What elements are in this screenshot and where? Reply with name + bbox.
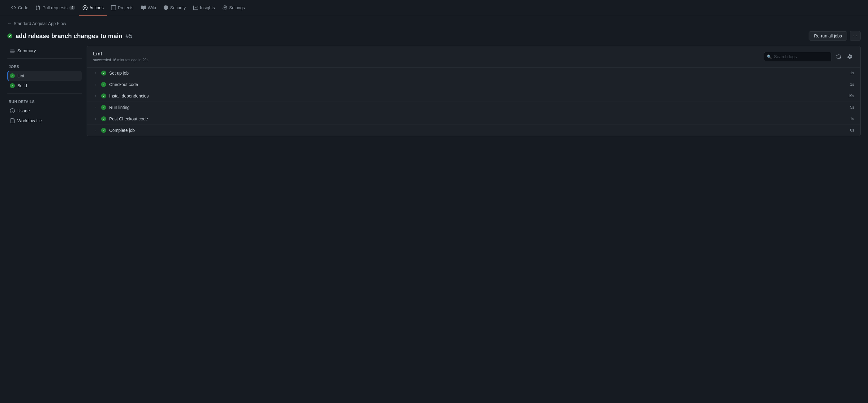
step-name-4: Post Checkout code xyxy=(109,116,842,121)
nav-pr-label: Pull requests xyxy=(42,5,67,10)
nav-actions-label: Actions xyxy=(89,5,104,10)
nav-code-label: Code xyxy=(18,5,28,10)
wiki-icon xyxy=(141,5,146,10)
sidebar-item-workflow-file[interactable]: Workflow file xyxy=(7,116,82,126)
step-name-2: Install dependencies xyxy=(109,93,842,98)
step-success-icon-4: ✓ xyxy=(101,116,106,121)
page-title: ✓ add release branch changes to main #5 xyxy=(7,32,132,39)
back-arrow-icon: ← xyxy=(7,21,12,26)
search-input-wrapper: 🔍 xyxy=(764,52,832,61)
step-row[interactable]: › ✓ Install dependencies 19s xyxy=(87,90,860,102)
step-duration-1: 1s xyxy=(845,82,854,87)
step-row[interactable]: › ✓ Checkout code 1s xyxy=(87,79,860,90)
sidebar-lint-label: Lint xyxy=(17,74,25,78)
sidebar-item-lint[interactable]: ✓ Lint xyxy=(7,71,82,81)
step-row[interactable]: › ✓ Complete job 0s xyxy=(87,125,860,136)
step-row[interactable]: › ✓ Post Checkout code 1s xyxy=(87,113,860,125)
nav-security-label: Security xyxy=(170,5,186,10)
chevron-right-icon: › xyxy=(93,105,98,110)
step-name-5: Complete job xyxy=(109,128,842,133)
build-success-icon: ✓ xyxy=(10,83,15,88)
step-name-1: Checkout code xyxy=(109,82,842,87)
more-options-button[interactable]: ··· xyxy=(850,31,861,41)
step-name-3: Run linting xyxy=(109,105,842,110)
sidebar-divider-2 xyxy=(7,93,82,93)
step-success-icon-2: ✓ xyxy=(101,93,106,98)
nav-security[interactable]: Security xyxy=(160,0,190,16)
page-header: ✓ add release branch changes to main #5 … xyxy=(0,28,868,46)
nav-wiki[interactable]: Wiki xyxy=(137,0,160,16)
nav-insights-label: Insights xyxy=(200,5,215,10)
nav-projects[interactable]: Projects xyxy=(107,0,137,16)
nav-settings[interactable]: Settings xyxy=(219,0,249,16)
top-navigation: Code Pull requests 4 Actions Projects xyxy=(0,0,868,16)
usage-icon xyxy=(10,108,15,113)
rerun-all-jobs-button[interactable]: Re-run all jobs xyxy=(809,31,847,40)
run-title: add release branch changes to main xyxy=(16,32,123,39)
job-content: Lint succeeded 16 minutes ago in 29s 🔍 xyxy=(87,46,861,136)
settings-job-button[interactable] xyxy=(845,52,854,61)
step-success-icon-1: ✓ xyxy=(101,82,106,87)
step-name-0: Set up job xyxy=(109,70,842,76)
step-duration-2: 19s xyxy=(845,94,854,98)
breadcrumb-back[interactable]: ← Standard Angular App Flow xyxy=(7,21,66,26)
job-header: Lint succeeded 16 minutes ago in 29s 🔍 xyxy=(87,46,860,67)
lint-success-icon: ✓ xyxy=(10,74,15,78)
sidebar-item-summary[interactable]: Summary xyxy=(7,46,82,56)
settings-icon xyxy=(222,5,227,10)
job-subtitle: succeeded 16 minutes ago in 29s xyxy=(93,58,149,62)
sidebar-item-build[interactable]: ✓ Build xyxy=(7,81,82,91)
step-row[interactable]: › ✓ Set up job 1s xyxy=(87,67,860,79)
nav-projects-label: Projects xyxy=(118,5,134,10)
projects-icon xyxy=(111,5,116,10)
job-title: Lint xyxy=(93,51,149,57)
sidebar-item-usage[interactable]: Usage xyxy=(7,106,82,116)
step-duration-3: 5s xyxy=(845,105,854,110)
step-success-icon-5: ✓ xyxy=(101,128,106,133)
search-area: 🔍 xyxy=(764,52,854,61)
main-layout: Summary Jobs ✓ Lint ✓ Build Run details … xyxy=(0,46,868,144)
breadcrumb-label: Standard Angular App Flow xyxy=(13,21,66,26)
search-icon: 🔍 xyxy=(767,55,772,59)
run-number: #5 xyxy=(126,32,132,39)
pr-badge: 4 xyxy=(69,6,75,10)
step-success-icon-0: ✓ xyxy=(101,70,106,76)
sidebar-build-label: Build xyxy=(17,83,27,88)
nav-actions[interactable]: Actions xyxy=(79,0,107,16)
chevron-right-icon: › xyxy=(93,94,98,98)
chevron-right-icon: › xyxy=(93,117,98,121)
steps-list: › ✓ Set up job 1s › ✓ Checkout code 1s ›… xyxy=(87,67,860,136)
refresh-button[interactable] xyxy=(834,52,843,61)
sidebar-summary-label: Summary xyxy=(17,48,36,53)
sidebar: Summary Jobs ✓ Lint ✓ Build Run details … xyxy=(7,46,82,136)
chevron-right-icon: › xyxy=(93,71,98,75)
step-duration-0: 1s xyxy=(845,71,854,75)
step-row[interactable]: › ✓ Run linting 5s xyxy=(87,102,860,113)
pr-icon xyxy=(36,5,40,10)
nav-code[interactable]: Code xyxy=(7,0,32,16)
nav-insights[interactable]: Insights xyxy=(190,0,219,16)
summary-icon xyxy=(10,48,15,53)
step-duration-5: 0s xyxy=(845,128,854,133)
nav-settings-label: Settings xyxy=(229,5,245,10)
search-logs-input[interactable] xyxy=(764,52,832,61)
job-info: Lint succeeded 16 minutes ago in 29s xyxy=(93,51,149,62)
sidebar-usage-label: Usage xyxy=(17,108,30,113)
workflow-file-icon xyxy=(10,118,15,123)
chevron-right-icon: › xyxy=(93,82,98,87)
nav-wiki-label: Wiki xyxy=(148,5,156,10)
insights-icon xyxy=(193,5,198,10)
step-duration-4: 1s xyxy=(845,117,854,121)
chevron-right-icon: › xyxy=(93,128,98,133)
jobs-section-label: Jobs xyxy=(7,61,82,71)
breadcrumb: ← Standard Angular App Flow xyxy=(0,16,868,28)
nav-pull-requests[interactable]: Pull requests 4 xyxy=(32,0,79,16)
code-icon xyxy=(11,5,16,10)
run-success-icon: ✓ xyxy=(7,33,12,38)
run-details-section-label: Run details xyxy=(7,96,82,106)
sidebar-workflow-label: Workflow file xyxy=(17,118,42,123)
security-icon xyxy=(163,5,168,10)
header-actions: Re-run all jobs ··· xyxy=(809,31,861,41)
actions-icon xyxy=(83,5,88,10)
step-success-icon-3: ✓ xyxy=(101,105,106,110)
